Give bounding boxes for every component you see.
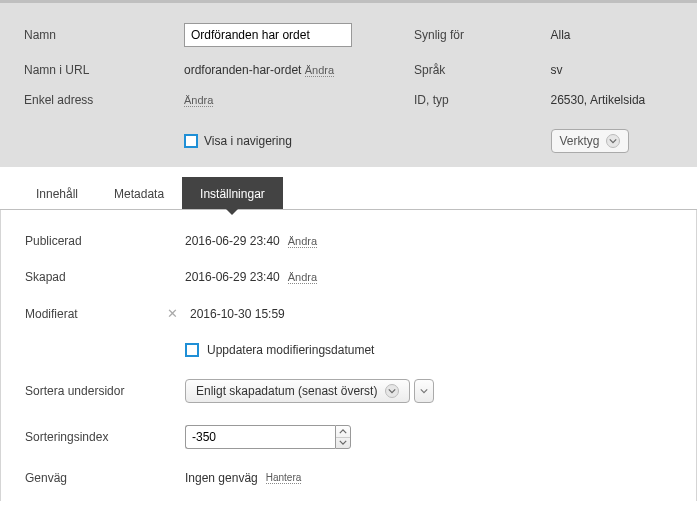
modified-value: 2016-10-30 15:59 (190, 307, 285, 321)
url-name-value: ordforanden-har-ordet (184, 63, 301, 77)
sort-subpages-value: Enligt skapadatum (senast överst) (196, 384, 377, 398)
modified-label: Modifierat (25, 307, 185, 321)
sort-subpages-select[interactable]: Enligt skapadatum (senast överst) (185, 379, 410, 403)
published-value: 2016-06-29 23:40 (185, 234, 280, 248)
pin-icon: ✕ (167, 306, 178, 321)
sort-subpages-side-button[interactable] (414, 379, 434, 403)
page-header-panel: Namn Synlig för Alla Namn i URL ordforan… (0, 0, 697, 167)
sort-index-input[interactable] (185, 425, 335, 449)
id-type-value: 26530, Artikelsida (551, 93, 688, 107)
published-change-link[interactable]: Ändra (288, 235, 317, 248)
update-modified-label: Uppdatera modifieringsdatumet (207, 343, 374, 357)
simple-address-change-link[interactable]: Ändra (184, 94, 213, 107)
shortcut-manage-link[interactable]: Hantera (266, 472, 302, 484)
update-modified-checkbox[interactable] (185, 343, 199, 357)
shortcut-label: Genväg (25, 471, 185, 485)
id-type-label: ID, typ (414, 93, 551, 107)
created-label: Skapad (25, 270, 185, 284)
sort-index-stepper (185, 425, 351, 449)
created-value: 2016-06-29 23:40 (185, 270, 280, 284)
settings-panel: Publicerad 2016-06-29 23:40 Ändra Skapad… (0, 210, 697, 501)
sort-index-label: Sorteringsindex (25, 430, 185, 444)
published-label: Publicerad (25, 234, 185, 248)
url-name-label: Namn i URL (24, 63, 184, 77)
shortcut-value: Ingen genväg (185, 471, 258, 485)
visible-for-label: Synlig för (414, 28, 551, 42)
tools-dropdown-label: Verktyg (560, 134, 600, 148)
sort-index-step-down[interactable] (336, 438, 350, 449)
chevron-down-icon (606, 134, 620, 148)
name-input[interactable] (184, 23, 352, 47)
chevron-down-icon (385, 384, 399, 398)
tab-content[interactable]: Innehåll (18, 177, 96, 209)
sort-index-step-up[interactable] (336, 426, 350, 438)
visible-for-value: Alla (551, 28, 688, 42)
tools-dropdown[interactable]: Verktyg (551, 129, 629, 153)
url-name-change-link[interactable]: Ändra (305, 64, 334, 77)
sort-subpages-label: Sortera undersidor (25, 384, 185, 398)
language-value: sv (551, 63, 688, 77)
tab-settings[interactable]: Inställningar (182, 177, 283, 209)
language-label: Språk (414, 63, 551, 77)
created-change-link[interactable]: Ändra (288, 271, 317, 284)
tab-bar: Innehåll Metadata Inställningar (0, 177, 697, 210)
show-in-nav-checkbox[interactable] (184, 134, 198, 148)
simple-address-label: Enkel adress (24, 93, 184, 107)
name-label: Namn (24, 28, 184, 42)
tab-metadata[interactable]: Metadata (96, 177, 182, 209)
show-in-nav-label: Visa i navigering (204, 134, 292, 148)
